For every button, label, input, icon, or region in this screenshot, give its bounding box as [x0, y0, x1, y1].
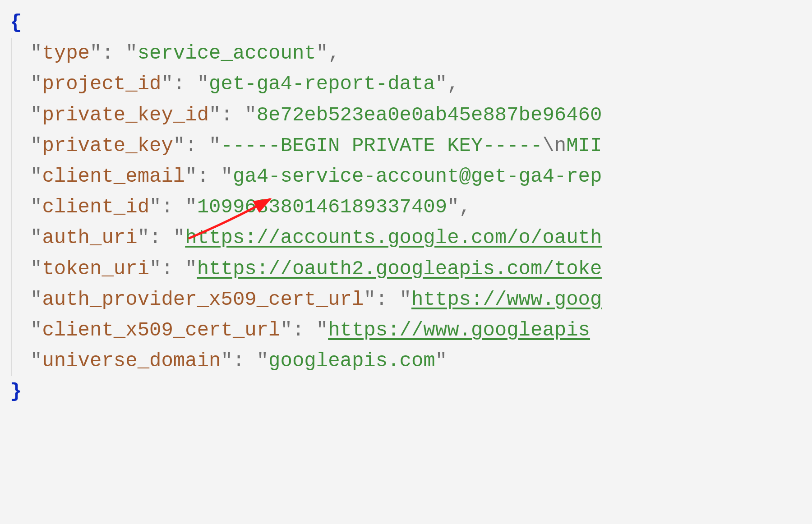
- json-key: token_uri: [42, 257, 149, 280]
- json-value: 109968380146189337409: [197, 196, 448, 218]
- json-key: project_id: [42, 73, 161, 95]
- json-key: type: [42, 42, 90, 64]
- json-key: private_key_id: [42, 104, 209, 126]
- json-key: universe_domain: [42, 349, 221, 372]
- json-body: "type": "service_account", "project_id":…: [11, 38, 812, 376]
- json-value: -----BEGIN PRIVATE KEY-----: [221, 134, 542, 157]
- json-line-private-key: "private_key": "-----BEGIN PRIVATE KEY--…: [30, 130, 812, 161]
- json-value: service_account: [138, 42, 316, 64]
- json-line-token-uri: "token_uri": "https://oauth2.googleapis.…: [30, 253, 812, 284]
- json-key: auth_provider_x509_cert_url: [42, 288, 364, 311]
- json-line-type: "type": "service_account",: [30, 38, 812, 69]
- json-value-url: https://oauth2.googleapis.com/toke: [197, 257, 602, 280]
- json-key: client_x509_cert_url: [42, 319, 280, 341]
- json-value: MII: [566, 134, 602, 157]
- json-line-client-id: "client_id": "109968380146189337409",: [30, 192, 812, 222]
- json-value-url: https://accounts.google.com/o/oauth: [185, 226, 602, 249]
- json-line-universe-domain: "universe_domain": "googleapis.com": [30, 345, 812, 376]
- json-key: auth_uri: [42, 226, 137, 249]
- json-code-block: { "type": "service_account", "project_id…: [0, 0, 812, 416]
- json-value: googleapis.com: [268, 349, 435, 372]
- json-line-auth-uri: "auth_uri": "https://accounts.google.com…: [30, 222, 812, 253]
- json-value-client-email: ga4-service-account@get-ga4-rep: [233, 165, 602, 188]
- json-line-client-cert-url: "client_x509_cert_url": "https://www.goo…: [30, 315, 812, 345]
- json-key: private_key: [42, 134, 173, 157]
- json-value-url: https://www.goog: [411, 288, 602, 311]
- json-key: client_id: [42, 196, 149, 218]
- json-line-client-email: "client_email": "ga4-service-account@get…: [30, 161, 812, 192]
- open-brace: {: [10, 11, 22, 34]
- json-key: client_email: [42, 165, 185, 188]
- json-line-private-key-id: "private_key_id": "8e72eb523ea0e0ab45e88…: [30, 100, 812, 130]
- close-brace: }: [10, 380, 22, 403]
- escape-sequence: \n: [542, 134, 566, 157]
- json-line-project-id: "project_id": "get-ga4-report-data",: [30, 69, 812, 99]
- json-value-url: https://www.googleapis: [328, 319, 590, 341]
- json-value: get-ga4-report-data: [209, 73, 435, 95]
- json-value: 8e72eb523ea0e0ab45e887be96460: [257, 104, 602, 126]
- json-line-auth-provider-cert-url: "auth_provider_x509_cert_url": "https://…: [30, 284, 812, 315]
